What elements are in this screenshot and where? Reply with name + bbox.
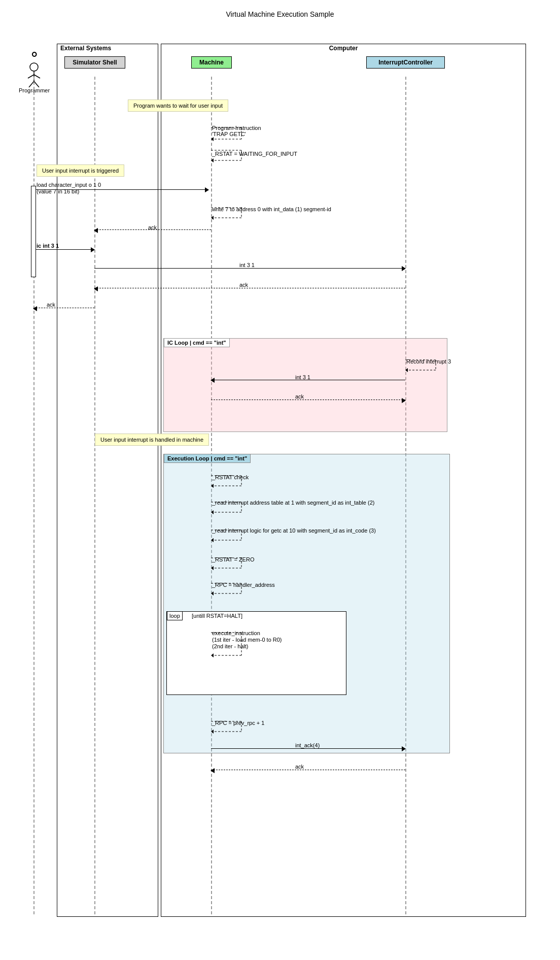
self-arrow-read-int-logic: _read interrupt logic for getc at 10 wit… (211, 527, 252, 544)
header-simshell: Simulator Shell (64, 56, 125, 69)
label-read-int-table: _read interrupt address table at 1 with … (212, 500, 374, 506)
label-ack1: ack (148, 224, 157, 230)
label-record-int: Record interrupt 3 (406, 358, 451, 365)
label-trap-getc2: 'TRAP GETC' (212, 131, 246, 137)
label-rpc-prev: _RPC = prev_rpc + 1 (212, 720, 264, 726)
self-arrow-record-int: Record interrupt 3 (405, 357, 446, 374)
diagram-title: Virtual Machine Execution Sample (10, 10, 550, 18)
self-arrow-rpc-prev: _RPC = prev_rpc + 1 (211, 719, 252, 736)
note-interrupt-handled: User input interrupt is handled in machi… (95, 434, 209, 446)
lifeline-simshell (94, 77, 95, 914)
svg-marker-25 (211, 484, 214, 488)
inner-loop-box: loop [untill RSTAT=HALT] (166, 611, 346, 695)
label-exec-inst3: (2nd iter - halt) (212, 643, 249, 649)
header-machine: Machine (191, 56, 232, 69)
svg-line-5 (34, 81, 39, 87)
label-int31-2: int 3 1 (295, 374, 310, 380)
exec-loop-box: Execution Loop | cmd == "int" (163, 454, 450, 753)
label-ack2: ack (239, 282, 248, 288)
label-ic-int: ic int 3 1 (37, 243, 59, 249)
note-user-input-triggered: User input interrupt is triggered (37, 164, 124, 177)
svg-marker-37 (211, 566, 214, 570)
label-rstat-waiting: _RSTAT = WAITING_FOR_INPUT (212, 151, 297, 157)
external-systems-label: External Systems (57, 44, 114, 53)
arrow-int-ack4 (211, 748, 405, 749)
label-rstat-check: _RSTAT check (212, 474, 249, 480)
svg-marker-41 (211, 591, 214, 595)
exec-loop-label: Execution Loop | cmd == "int" (164, 454, 251, 463)
label-load-char: load character_input o 1 0 (37, 182, 101, 188)
self-arrow-exec-inst: execute_instruction (1st iter - load mem… (211, 630, 252, 659)
self-arrow-rstat-zero: _RSTAT = ZERO (211, 555, 252, 572)
arrow-ack4 (211, 400, 405, 400)
label-rpc-handler: _RPC = handler_address (212, 582, 275, 588)
label-load-char2: (value 7 in 16 bit) (37, 188, 79, 194)
note-program-wait: Program wants to wait for user input (128, 100, 228, 112)
label-rstat-zero: _RSTAT = ZERO (212, 556, 254, 562)
self-arrow-write7: write 7 to address 0 with int_data (1) s… (211, 205, 252, 222)
label-exec-inst1: execute_instruction (212, 630, 260, 636)
arrow-ack5 (211, 770, 405, 770)
inner-loop-label-loop: loop (167, 611, 183, 620)
arrow-int31 (94, 268, 405, 269)
label-ack3: ack (47, 302, 55, 308)
computer-label: Computer (161, 44, 526, 53)
svg-marker-29 (211, 510, 214, 514)
svg-marker-21 (405, 368, 408, 372)
self-arrow-rpc-handler: _RPC = handler_address (211, 581, 252, 598)
programmer-icon: ⚬ (19, 48, 49, 62)
label-int31: int 3 1 (239, 262, 255, 268)
svg-marker-45 (211, 653, 214, 657)
diagram-container: Virtual Machine Execution Sample Externa… (0, 0, 560, 960)
label-int-ack4: int_ack(4) (295, 742, 320, 748)
activation-programmer (31, 186, 36, 277)
arrow-ack3 (33, 308, 94, 308)
svg-marker-33 (211, 538, 214, 542)
label-read-int-logic: _read interrupt logic for getc at 10 wit… (212, 527, 376, 534)
self-arrow-rstat-check: _RSTAT check (211, 473, 252, 490)
svg-marker-13 (211, 158, 214, 162)
self-arrow-trap-getc: Program-Instruction 'TRAP GETC' (211, 125, 252, 144)
self-arrow-read-int-table: _read interrupt address table at 1 with … (211, 500, 252, 516)
label-ack5: ack (295, 764, 304, 770)
ic-loop-label: IC Loop | cmd == "int" (164, 338, 230, 347)
arrow-ic-int (36, 249, 94, 250)
inner-loop-label-condition: [untill RSTAT=HALT] (190, 612, 244, 620)
ic-loop-box: IC Loop | cmd == "int" (163, 338, 447, 432)
svg-marker-17 (211, 216, 214, 220)
svg-point-0 (30, 63, 38, 71)
label-exec-inst2: (1st iter - load mem-0 to R0) (212, 637, 282, 643)
svg-line-3 (34, 75, 40, 78)
svg-marker-9 (211, 137, 214, 141)
label-ack4: ack (295, 393, 304, 400)
arrow-ack2 (94, 288, 405, 288)
label-trap-getc: Program-Instruction (212, 125, 261, 131)
svg-marker-49 (211, 730, 214, 734)
label-write7: write 7 to address 0 with int_data (1) s… (212, 206, 331, 212)
self-arrow-rstat-waiting: _RSTAT = WAITING_FOR_INPUT (211, 148, 252, 164)
header-ic: InterruptController (366, 56, 445, 69)
